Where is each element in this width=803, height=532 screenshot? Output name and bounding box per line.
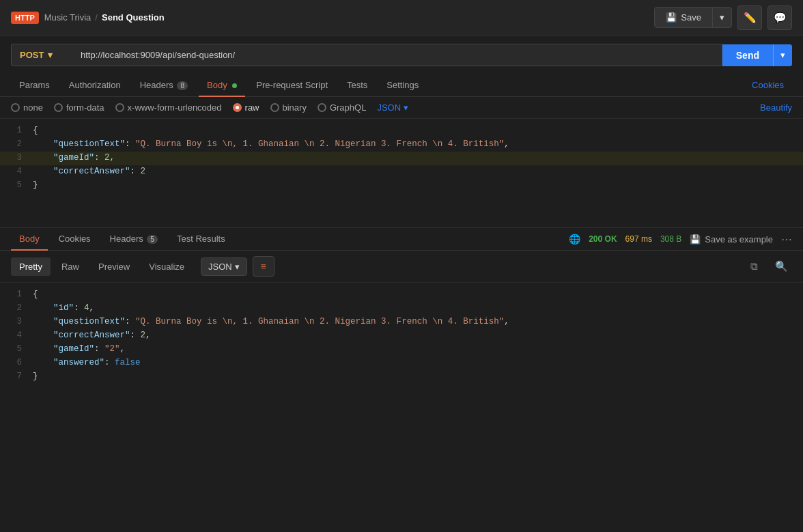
copy-button[interactable]: ⧉: [743, 256, 765, 277]
save-example-label: Save as example: [705, 234, 773, 244]
view-tab-raw[interactable]: Raw: [53, 257, 87, 276]
response-line-4: 4 "correctAnswer": 2,: [0, 329, 803, 343]
view-tab-pretty[interactable]: Pretty: [11, 257, 51, 276]
tab-params[interactable]: Params: [11, 74, 58, 97]
beautify-button[interactable]: Beautify: [760, 102, 792, 113]
response-format-label: JSON: [208, 262, 232, 272]
response-headers-badge: 5: [147, 235, 158, 244]
breadcrumb-parent[interactable]: Music Trivia: [44, 12, 91, 23]
json-format-select[interactable]: JSON ▾: [377, 102, 408, 113]
body-type-form-data[interactable]: form-data: [54, 102, 104, 113]
globe-icon: 🌐: [569, 234, 580, 244]
body-dot: [232, 83, 237, 88]
response-line-5: 5 "gameId": "2",: [0, 343, 803, 356]
body-type-binary[interactable]: binary: [270, 102, 307, 113]
response-tabs-bar: Body Cookies Headers 5 Test Results 🌐 20…: [0, 228, 803, 251]
filter-icon: ≡: [261, 261, 266, 272]
tab-cookies[interactable]: Cookies: [744, 74, 792, 97]
response-line-6: 6 "answered": false: [0, 356, 803, 370]
response-tab-test-results[interactable]: Test Results: [169, 228, 234, 251]
tab-body[interactable]: Body: [199, 74, 245, 97]
code-line-3: 3 "gameId": 2,: [0, 152, 803, 165]
tab-authorization[interactable]: Authorization: [61, 74, 129, 97]
radio-raw: [233, 103, 242, 112]
response-section: Body Cookies Headers 5 Test Results 🌐 20…: [0, 228, 803, 389]
body-type-none[interactable]: none: [11, 102, 43, 113]
response-line-3: 3 "questionText": "Q. Burna Boy is \n, 1…: [0, 316, 803, 329]
response-line-1: 1 {: [0, 288, 803, 302]
tab-pre-request[interactable]: Pre-request Script: [248, 74, 336, 97]
status-code: 200 OK: [589, 234, 617, 244]
radio-urlencoded: [115, 103, 124, 112]
method-select[interactable]: POST ▾: [11, 44, 72, 66]
top-bar-left: HTTP Music Trivia / Send Question: [11, 12, 165, 24]
send-dropdown-button[interactable]: ▾: [773, 44, 792, 66]
more-options-icon[interactable]: ⋯: [781, 233, 792, 246]
response-view-bar: Pretty Raw Preview Visualize JSON ▾ ≡ ⧉ …: [0, 251, 803, 283]
code-line-5: 5 }: [0, 179, 803, 193]
response-size: 308 B: [660, 234, 681, 244]
comment-button[interactable]: 💬: [767, 5, 792, 30]
save-button[interactable]: 💾 Save: [655, 8, 712, 27]
request-body-editor[interactable]: 1 { 2 "questionText": "Q. Burna Boy is \…: [0, 119, 803, 228]
view-tab-preview[interactable]: Preview: [90, 257, 138, 276]
view-tab-visualize[interactable]: Visualize: [141, 257, 193, 276]
save-icon: 💾: [666, 12, 677, 23]
comment-icon: 💬: [774, 12, 787, 24]
url-bar-section: POST ▾ Send ▾: [0, 36, 803, 74]
method-chevron: ▾: [48, 50, 53, 60]
send-btn-group: Send ▾: [722, 44, 792, 66]
edit-button[interactable]: ✏️: [737, 5, 762, 30]
tab-settings[interactable]: Settings: [378, 74, 427, 97]
method-label: POST: [20, 50, 44, 60]
save-example-button[interactable]: 💾 Save as example: [690, 234, 773, 244]
radio-none: [11, 103, 20, 112]
top-bar: HTTP Music Trivia / Send Question 💾 Save…: [0, 0, 803, 36]
body-type-bar: none form-data x-www-form-urlencoded raw…: [0, 97, 803, 119]
save-label: Save: [681, 12, 701, 23]
response-format-select[interactable]: JSON ▾: [201, 257, 247, 276]
code-line-2: 2 "questionText": "Q. Burna Boy is \n, 1…: [0, 138, 803, 152]
response-tab-headers[interactable]: Headers 5: [102, 228, 166, 251]
top-bar-right: 💾 Save ▾ ✏️ 💬: [654, 5, 792, 30]
edit-icon: ✏️: [744, 12, 757, 24]
json-chevron-icon: ▾: [404, 102, 408, 113]
radio-graphql: [318, 103, 326, 112]
breadcrumb: Music Trivia / Send Question: [44, 12, 165, 23]
code-line-4: 4 "correctAnswer": 2: [0, 165, 803, 179]
response-line-7: 7 }: [0, 370, 803, 384]
http-badge: HTTP: [11, 12, 39, 24]
radio-binary: [270, 103, 279, 112]
body-type-urlencoded[interactable]: x-www-form-urlencoded: [115, 102, 222, 113]
save-example-icon: 💾: [690, 234, 701, 244]
body-type-raw[interactable]: raw: [233, 102, 259, 113]
request-tabs-bar: Params Authorization Headers 8 Body Pre-…: [0, 74, 803, 97]
code-line-1: 1 {: [0, 124, 803, 138]
json-format-label: JSON: [377, 102, 401, 113]
save-btn-group: 💾 Save ▾: [654, 7, 732, 28]
tab-headers[interactable]: Headers 8: [132, 74, 196, 97]
filter-button[interactable]: ≡: [253, 256, 274, 277]
response-format-chevron: ▾: [235, 262, 240, 272]
send-button[interactable]: Send: [722, 44, 773, 66]
breadcrumb-current: Send Question: [102, 12, 165, 23]
right-action-buttons: ⧉ 🔍: [743, 256, 792, 277]
response-time: 697 ms: [625, 234, 652, 244]
response-tab-cookies[interactable]: Cookies: [51, 228, 99, 251]
headers-badge: 8: [177, 81, 188, 90]
response-tab-body[interactable]: Body: [11, 228, 48, 251]
response-body-code: 1 { 2 "id": 4, 3 "questionText": "Q. Bur…: [0, 283, 803, 389]
body-type-graphql[interactable]: GraphQL: [318, 102, 366, 113]
response-line-2: 2 "id": 4,: [0, 302, 803, 316]
radio-form-data: [54, 103, 63, 112]
response-status: 🌐 200 OK 697 ms 308 B 💾 Save as example …: [569, 233, 792, 246]
breadcrumb-sep: /: [95, 12, 98, 23]
tab-tests[interactable]: Tests: [339, 74, 376, 97]
save-dropdown-button[interactable]: ▾: [712, 8, 731, 27]
url-input[interactable]: [72, 44, 722, 66]
search-button[interactable]: 🔍: [770, 256, 792, 277]
